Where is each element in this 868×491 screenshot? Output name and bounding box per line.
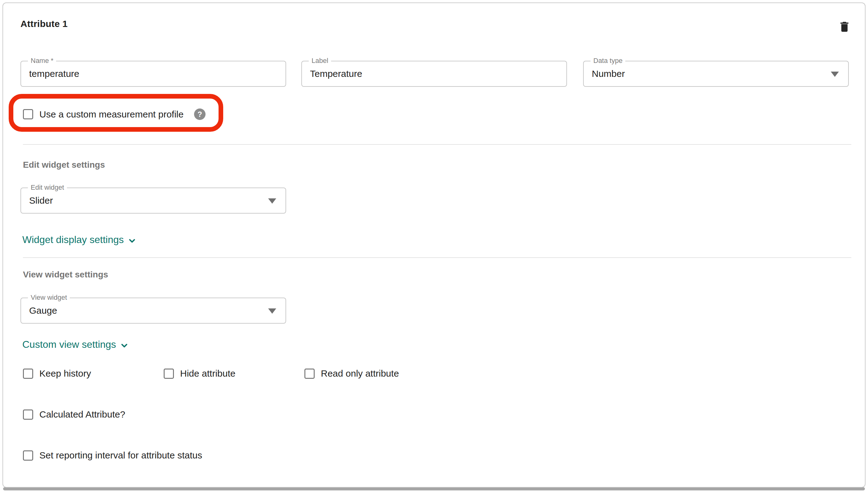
- view-widget-select-label: View widget: [28, 293, 70, 301]
- read-only-attribute-checkbox-row[interactable]: Read only attribute: [305, 368, 399, 379]
- reporting-interval-checkbox[interactable]: [23, 451, 33, 461]
- view-widget-select-value: Gauge: [29, 305, 57, 316]
- card-title: Attribute 1: [21, 19, 67, 29]
- view-widget-settings-heading: View widget settings: [23, 270, 108, 280]
- hide-attribute-checkbox-row[interactable]: Hide attribute: [164, 368, 235, 379]
- delete-attribute-button[interactable]: [836, 18, 853, 35]
- page: Attribute 1 Name * Label Data type Numbe…: [0, 0, 868, 491]
- widget-display-settings-label: Widget display settings: [22, 234, 124, 246]
- custom-view-settings-link[interactable]: Custom view settings: [22, 339, 129, 350]
- label-field[interactable]: Label: [301, 61, 567, 87]
- page-bottom-strip: [3, 487, 865, 490]
- section-divider: [23, 144, 851, 145]
- edit-widget-select[interactable]: Edit widget Slider: [21, 187, 286, 213]
- keep-history-checkbox[interactable]: [23, 369, 33, 379]
- trash-icon: [838, 19, 851, 34]
- keep-history-label: Keep history: [39, 368, 91, 379]
- hide-attribute-label: Hide attribute: [180, 368, 235, 379]
- widget-display-settings-link[interactable]: Widget display settings: [22, 234, 137, 246]
- help-icon[interactable]: ?: [194, 109, 205, 120]
- view-widget-select[interactable]: View widget Gauge: [21, 297, 286, 324]
- data-type-value: Number: [592, 68, 625, 79]
- section-divider: [23, 257, 851, 258]
- calculated-attribute-checkbox[interactable]: [23, 409, 33, 420]
- edit-widget-select-value: Slider: [29, 195, 53, 206]
- name-field[interactable]: Name *: [21, 61, 286, 87]
- hide-attribute-checkbox[interactable]: [164, 369, 174, 379]
- read-only-attribute-checkbox[interactable]: [305, 369, 315, 379]
- reporting-interval-checkbox-row[interactable]: Set reporting interval for attribute sta…: [23, 450, 202, 461]
- chevron-down-icon: [120, 341, 129, 350]
- custom-view-settings-label: Custom view settings: [22, 339, 116, 350]
- chevron-down-icon: [127, 236, 137, 246]
- custom-measurement-profile-checkbox-row[interactable]: Use a custom measurement profile ?: [23, 109, 205, 120]
- calculated-attribute-checkbox-row[interactable]: Calculated Attribute?: [23, 409, 125, 420]
- data-type-label: Data type: [590, 57, 625, 65]
- keep-history-checkbox-row[interactable]: Keep history: [23, 368, 91, 379]
- edit-widget-select-label: Edit widget: [28, 183, 67, 192]
- label-input[interactable]: [310, 61, 540, 86]
- edit-widget-settings-heading: Edit widget settings: [23, 160, 105, 170]
- name-input[interactable]: [29, 61, 259, 86]
- reporting-interval-label: Set reporting interval for attribute sta…: [39, 450, 202, 461]
- calculated-attribute-label: Calculated Attribute?: [39, 409, 125, 420]
- custom-measurement-profile-checkbox[interactable]: [23, 109, 33, 119]
- dropdown-caret-icon: [831, 71, 839, 77]
- read-only-attribute-label: Read only attribute: [321, 368, 399, 379]
- custom-measurement-profile-label: Use a custom measurement profile: [39, 109, 183, 120]
- attribute-card: Attribute 1 Name * Label Data type Numbe…: [2, 2, 866, 488]
- dropdown-caret-icon: [268, 198, 276, 204]
- dropdown-caret-icon: [268, 309, 276, 314]
- data-type-select[interactable]: Data type Number: [583, 61, 849, 87]
